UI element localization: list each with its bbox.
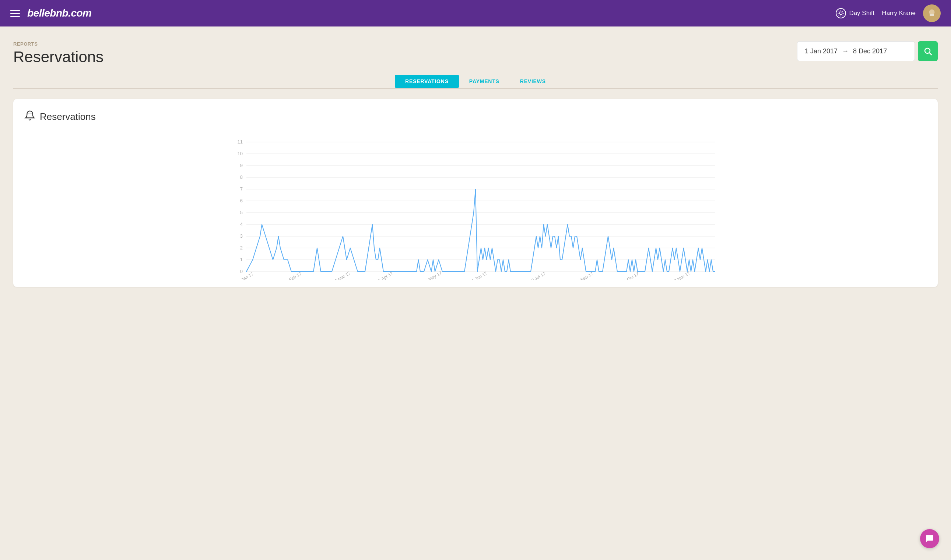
tab-payments[interactable]: PAYMENTS (459, 75, 510, 88)
svg-text:16 Apr 17: 16 Apr 17 (375, 271, 394, 280)
svg-text:5: 5 (240, 210, 243, 215)
chat-icon (925, 534, 934, 543)
svg-text:5 Feb 17: 5 Feb 17 (285, 271, 303, 280)
page-title: Reservations (13, 48, 103, 66)
chart-card: Reservations 11 10 9 8 7 6 5 4 3 2 1 0 (13, 99, 938, 287)
app-header: bellebnb.com Day Shift Harry Krane (0, 0, 951, 26)
svg-text:9: 9 (240, 163, 243, 168)
date-range-picker[interactable]: 1 Jan 2017 → 8 Dec 2017 (797, 41, 915, 61)
tab-reviews[interactable]: REVIEWS (510, 75, 556, 88)
date-range-start: 1 Jan 2017 (805, 48, 838, 55)
date-search-row: 1 Jan 2017 → 8 Dec 2017 (797, 41, 938, 61)
chat-button[interactable] (920, 529, 939, 548)
svg-line-13 (929, 53, 932, 55)
tab-reservations[interactable]: RESERVATIONS (395, 75, 459, 88)
svg-text:30 Jul 17: 30 Jul 17 (528, 271, 546, 280)
chart-title: Reservations (40, 111, 96, 123)
chart-area: 11 10 9 8 7 6 5 4 3 2 1 0 (24, 132, 927, 280)
svg-text:6: 6 (240, 198, 243, 203)
tabs-row: RESERVATIONS PAYMENTS REVIEWS (13, 75, 938, 89)
header-left: bellebnb.com (10, 8, 91, 19)
sun-icon (836, 8, 846, 18)
svg-text:12 Mar 17: 12 Mar 17 (332, 271, 351, 280)
svg-rect-11 (929, 14, 934, 16)
svg-text:0: 0 (240, 269, 243, 274)
svg-point-0 (840, 12, 843, 15)
user-name: Harry Krane (882, 9, 915, 17)
svg-text:3: 3 (240, 233, 243, 239)
search-button[interactable] (918, 41, 938, 61)
svg-text:4: 4 (240, 222, 243, 227)
svg-text:3 Sep 17: 3 Sep 17 (576, 271, 594, 280)
page-content: REPORTS Reservations 1 Jan 2017 → 8 Dec … (0, 26, 951, 302)
svg-text:8 Oct 17: 8 Oct 17 (623, 271, 640, 280)
hamburger-menu-icon[interactable] (10, 10, 20, 17)
svg-text:7: 7 (240, 186, 243, 192)
svg-text:2: 2 (240, 245, 243, 251)
svg-line-8 (843, 11, 843, 11)
search-icon (923, 47, 932, 55)
breadcrumb: REPORTS (13, 41, 103, 47)
reports-header: REPORTS Reservations 1 Jan 2017 → 8 Dec … (13, 41, 938, 66)
date-range-arrow-icon: → (842, 48, 849, 55)
svg-text:25 Jun 17: 25 Jun 17 (469, 271, 488, 280)
bell-icon (24, 110, 36, 124)
svg-line-7 (839, 15, 840, 15)
svg-text:11: 11 (238, 139, 243, 145)
svg-line-4 (843, 15, 843, 15)
reports-title-area: REPORTS Reservations (13, 41, 103, 66)
header-right: Day Shift Harry Krane (836, 5, 941, 22)
chart-title-row: Reservations (24, 110, 927, 124)
svg-line-3 (839, 11, 840, 11)
svg-text:1: 1 (240, 257, 243, 262)
user-avatar[interactable] (923, 5, 941, 22)
date-range-end: 8 Dec 2017 (853, 48, 887, 55)
svg-text:1 Jan 17: 1 Jan 17 (237, 271, 255, 280)
svg-text:10: 10 (238, 151, 243, 156)
day-shift-toggle[interactable]: Day Shift (836, 8, 874, 18)
day-shift-label: Day Shift (849, 9, 874, 17)
svg-text:8: 8 (240, 174, 243, 180)
app-logo: bellebnb.com (27, 8, 91, 19)
reservations-chart: 11 10 9 8 7 6 5 4 3 2 1 0 (24, 132, 927, 280)
